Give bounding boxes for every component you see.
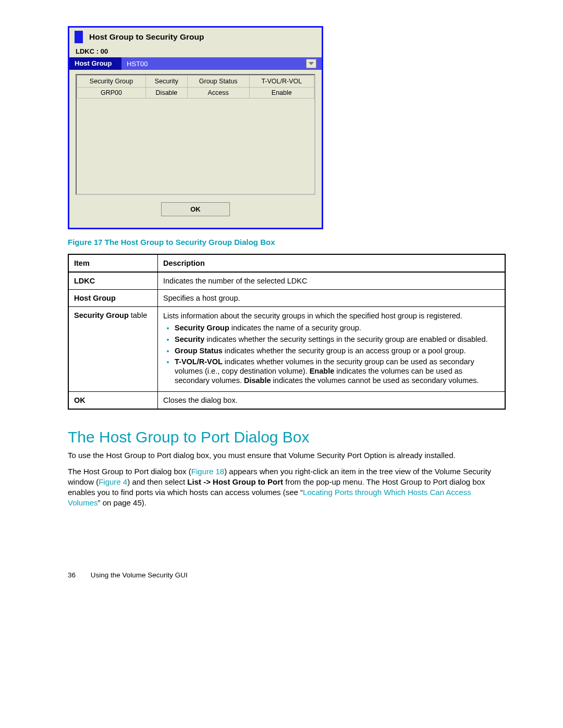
page-footer: 36 Using the Volume Security GUI — [68, 571, 506, 579]
host-group-label: Host Group — [69, 57, 121, 70]
table-header-row: Security Group Security Group Status T-V… — [77, 76, 314, 88]
cell-tvol-rvol: Enable — [249, 88, 314, 98]
ldkc-label: LDKC : 00 — [69, 47, 322, 57]
host-group-value: HST00 — [127, 60, 148, 68]
description-table: Item Description LDKC Indicates the numb… — [68, 254, 506, 410]
col-tvol-rvol: T-VOL/R-VOL — [249, 76, 314, 88]
chevron-down-icon[interactable] — [306, 59, 316, 68]
item-security-group-table: Security Group table — [68, 307, 158, 392]
figure-18-link[interactable]: Figure 18 — [191, 467, 224, 476]
host-group-to-security-group-dialog: Host Group to Security Group LDKC : 00 H… — [68, 26, 323, 229]
body-paragraph: To use the Host Group to Port dialog box… — [68, 450, 506, 461]
title-marker-icon — [75, 31, 83, 43]
dialog-titlebar: Host Group to Security Group — [69, 28, 322, 47]
header-item: Item — [68, 254, 158, 272]
page-number: 36 — [68, 571, 89, 579]
item-ldkc: LDKC — [68, 272, 158, 290]
item-host-group: Host Group — [68, 290, 158, 307]
cell-group-status: Access — [187, 88, 249, 98]
table-row: Security Group table Lists information a… — [68, 307, 505, 392]
section-heading: The Host Group to Port Dialog Box — [68, 428, 506, 446]
table-row: Host Group Specifies a host group. — [68, 290, 505, 307]
list-item: Group Status indicates whether the secur… — [175, 347, 499, 356]
item-ok: OK — [68, 392, 158, 410]
host-group-row: Host Group HST00 — [69, 57, 322, 70]
col-security-group: Security Group — [77, 76, 146, 88]
chapter-title: Using the Volume Security GUI — [91, 571, 188, 579]
body-paragraph: The Host Group to Port dialog box (Figur… — [68, 466, 506, 509]
ok-button[interactable]: OK — [161, 202, 230, 216]
list-item: Security indicates whether the security … — [175, 335, 499, 344]
desc-ok: Closes the dialog box. — [158, 392, 506, 410]
col-security: Security — [146, 76, 188, 88]
security-group-table[interactable]: Security Group Security Group Status T-V… — [76, 74, 315, 195]
desc-host-group: Specifies a host group. — [158, 290, 506, 307]
list-item: Security Group indicates the name of a s… — [175, 324, 499, 333]
header-description: Description — [158, 254, 506, 272]
list-item: T-VOL/R-VOL indicates whether volumes in… — [175, 357, 499, 385]
col-group-status: Group Status — [187, 76, 249, 88]
desc-ldkc: Indicates the number of the selected LDK… — [158, 272, 506, 290]
cell-security-group: GRP00 — [77, 88, 146, 98]
table-row: OK Closes the dialog box. — [68, 392, 505, 410]
figure-caption: Figure 17 The Host Group to Security Gro… — [68, 238, 506, 246]
cell-security: Disable — [146, 88, 188, 98]
host-group-select[interactable]: HST00 — [121, 57, 322, 70]
dialog-title: Host Group to Security Group — [89, 32, 204, 42]
figure-4-link[interactable]: Figure 4 — [99, 477, 127, 486]
table-row[interactable]: GRP00 Disable Access Enable — [77, 88, 314, 98]
table-row: LDKC Indicates the number of the selecte… — [68, 272, 505, 290]
desc-security-group-table: Lists information about the security gro… — [158, 307, 506, 392]
